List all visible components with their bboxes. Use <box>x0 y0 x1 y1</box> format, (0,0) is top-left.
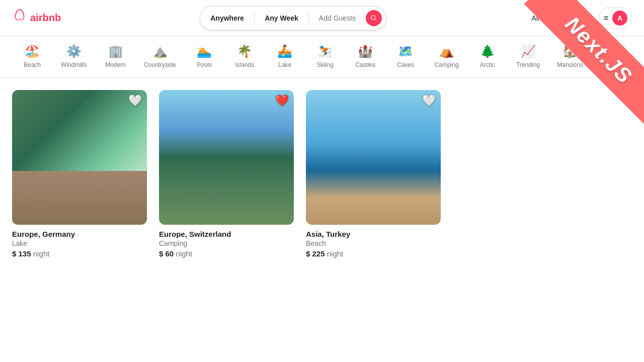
listings-container: 🤍Europe, GermanyLake$ 135 night❤️Europe,… <box>0 78 453 270</box>
modern-icon: 🏢 <box>108 44 123 58</box>
listing-card[interactable]: ❤️Europe, SwitzerlandCamping$ 60 night <box>159 90 294 258</box>
listing-price: $ 225 night <box>306 249 441 258</box>
listing-image-wrap: 🤍 <box>306 90 441 225</box>
category-lake[interactable]: 🚣Lake <box>265 36 305 77</box>
category-label-lake: Lake <box>278 61 291 68</box>
header: airbnb Anywhere Any Week Add Guests Airb… <box>0 0 644 36</box>
airbnb-your-home-btn[interactable]: Airbnb your home <box>525 10 593 26</box>
pools-icon: 🏊 <box>197 44 212 58</box>
category-label-pools: Pools <box>197 61 212 68</box>
mansions-icon: 🏠 <box>562 44 578 58</box>
category-beach[interactable]: 🏖️Beach <box>12 36 52 77</box>
listing-location: Europe, Germany <box>12 230 147 238</box>
listing-type: Beach <box>306 239 441 247</box>
listing-image <box>159 90 294 225</box>
guests-search[interactable]: Add Guests <box>309 7 366 30</box>
category-label-windmills: Windmills <box>61 61 87 68</box>
airbnb-logo-icon <box>12 9 27 27</box>
menu-icon: ≡ <box>604 14 608 23</box>
arctic-icon: 🌲 <box>480 44 495 58</box>
category-label-countryside: Countryside <box>144 61 176 68</box>
category-label-caves: Caves <box>397 61 414 68</box>
listing-info: Europe, GermanyLake$ 135 night <box>12 225 147 258</box>
category-label-islands: Islands <box>235 61 254 68</box>
category-islands[interactable]: 🌴Islands <box>224 36 265 77</box>
listing-info: Asia, TurkeyBeach$ 225 night <box>306 225 441 258</box>
listing-image-wrap: ❤️ <box>159 90 294 225</box>
header-right: Airbnb your home ≡ A <box>525 7 632 29</box>
category-label-trending: Trending <box>516 61 540 68</box>
islands-icon: 🌴 <box>237 44 252 58</box>
category-nav: 🏖️Beach⚙️Windmills🏢Modern⛰️Countryside🏊P… <box>0 36 644 78</box>
listing-image-wrap: 🤍 <box>12 90 147 225</box>
camping-icon: ⛺ <box>439 44 454 58</box>
luxe-icon: 💎 <box>604 44 619 58</box>
countryside-icon: ⛰️ <box>152 44 168 58</box>
category-label-skiing: Skiing <box>317 61 334 68</box>
listing-price: $ 60 night <box>159 249 294 258</box>
listing-card[interactable]: 🤍Europe, GermanyLake$ 135 night <box>12 90 147 258</box>
listing-image <box>12 90 147 225</box>
category-label-mansions: Mansions <box>557 61 583 68</box>
listing-type: Camping <box>159 239 294 247</box>
category-windmills[interactable]: ⚙️Windmills <box>52 36 96 77</box>
category-arctic[interactable]: 🌲Arctic <box>467 36 508 77</box>
user-avatar: A <box>612 11 627 26</box>
category-countryside[interactable]: ⛰️Countryside <box>136 36 185 77</box>
category-caves[interactable]: 🗺️Caves <box>385 36 426 77</box>
castles-icon: 🏰 <box>358 44 373 58</box>
trending-icon: 📈 <box>521 44 536 58</box>
wishlist-button[interactable]: 🤍 <box>128 95 142 106</box>
skiing-icon: ⛷️ <box>317 44 333 58</box>
category-label-beach: Beach <box>24 61 41 68</box>
windmills-icon: ⚙️ <box>66 44 82 58</box>
category-label-modern: Modern <box>105 61 126 68</box>
listing-location: Europe, Switzerland <box>159 230 294 238</box>
category-luxe[interactable]: 💎Luxe <box>592 36 632 77</box>
logo-text: airbnb <box>30 12 61 24</box>
listing-price: $ 135 night <box>12 249 147 258</box>
category-modern[interactable]: 🏢Modern <box>96 36 136 77</box>
category-label-luxe: Luxe <box>605 61 618 68</box>
caves-icon: 🗺️ <box>398 44 413 58</box>
search-bar: Anywhere Any Week Add Guests <box>200 6 386 30</box>
category-pools[interactable]: 🏊Pools <box>184 36 224 77</box>
search-button[interactable] <box>366 10 382 26</box>
category-castles[interactable]: 🏰Castles <box>345 36 385 77</box>
logo[interactable]: airbnb <box>12 9 61 27</box>
category-label-camping: Camping <box>435 61 459 68</box>
listing-type: Lake <box>12 239 147 247</box>
listing-card[interactable]: 🤍Asia, TurkeyBeach$ 225 night <box>306 90 441 258</box>
category-mansions[interactable]: 🏠Mansions <box>548 36 592 77</box>
location-search[interactable]: Anywhere <box>200 7 254 30</box>
wishlist-button[interactable]: 🤍 <box>422 95 436 106</box>
category-camping[interactable]: ⛺Camping <box>426 36 467 77</box>
category-label-castles: Castles <box>355 61 375 68</box>
listing-image <box>306 90 441 225</box>
beach-icon: 🏖️ <box>25 44 40 58</box>
category-trending[interactable]: 📈Trending <box>508 36 549 77</box>
lake-icon: 🚣 <box>277 44 292 58</box>
category-label-arctic: Arctic <box>480 61 495 68</box>
week-search[interactable]: Any Week <box>255 7 308 30</box>
wishlist-button[interactable]: ❤️ <box>275 95 289 106</box>
menu-user-button[interactable]: ≡ A <box>599 7 632 29</box>
listing-info: Europe, SwitzerlandCamping$ 60 night <box>159 225 294 258</box>
category-skiing[interactable]: ⛷️Skiing <box>305 36 345 77</box>
listing-location: Asia, Turkey <box>306 230 441 238</box>
